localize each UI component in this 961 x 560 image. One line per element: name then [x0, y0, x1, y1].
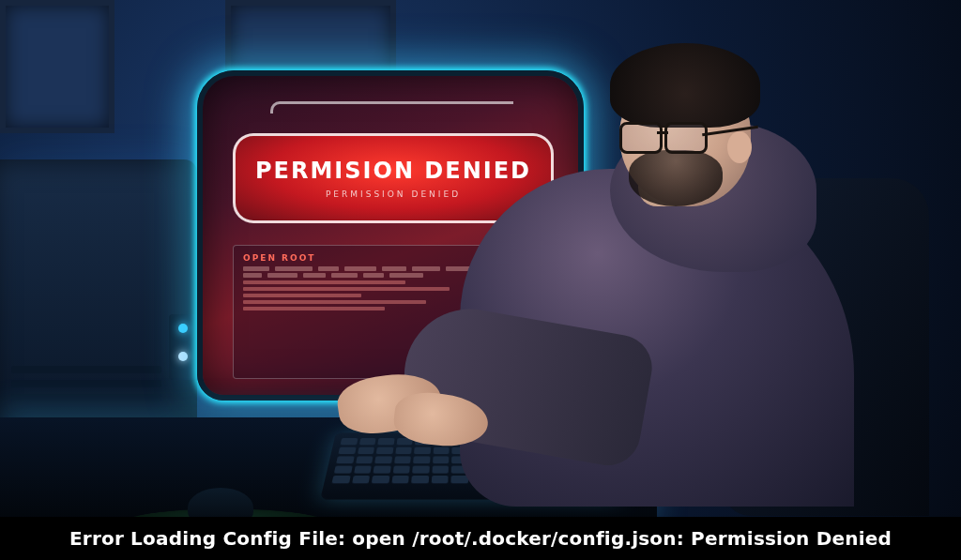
- computer-tower: [0, 159, 197, 431]
- glasses-icon: [619, 122, 704, 150]
- caption-text: Error Loading Config File: open /root/.d…: [69, 527, 892, 550]
- side-panel: [169, 314, 197, 380]
- illustration-scene: PERMISION DENIED PERMISSION DENIED OPEN …: [0, 0, 961, 560]
- person: [404, 38, 929, 525]
- caption-bar: Error Loading Config File: open /root/.d…: [0, 517, 961, 560]
- wall-frame: [225, 0, 396, 77]
- wall-frame: [0, 0, 114, 133]
